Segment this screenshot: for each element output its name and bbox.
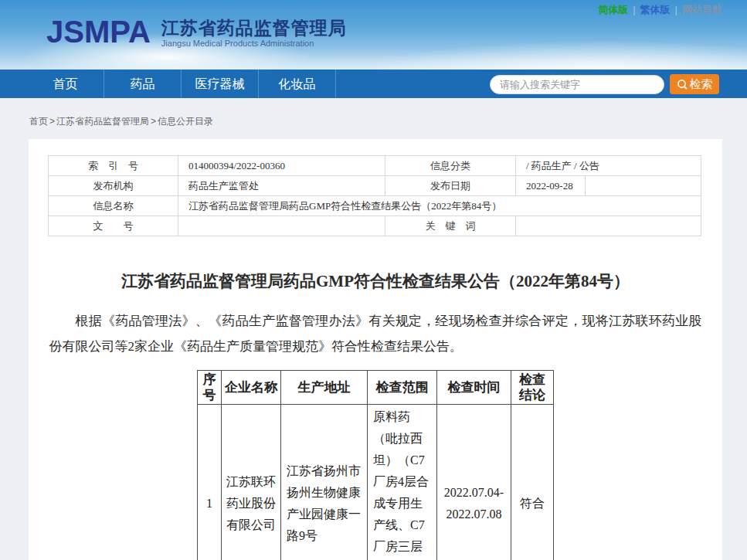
breadcrumb-separator: > [151,116,156,127]
col-header-address: 生产地址 [281,371,368,405]
meta-value-category: / 药品生产 / 公告 [516,156,701,176]
meta-value-docnum [178,216,385,236]
nav-item-home[interactable]: 首页 [27,70,104,98]
search-button[interactable]: 检索 [670,74,719,94]
topbar-separator: | [675,4,677,15]
cell-address: 江苏省扬州市扬州生物健康产业园健康一路9号 [281,405,368,560]
topbar-link-simplified[interactable]: 简体版 [598,4,628,15]
col-header-scope: 检查范围 [368,371,437,405]
article-paragraph: 根据《药品管理法》、《药品生产监督管理办法》有关规定，经现场检查并综合评定，现将… [49,308,702,359]
nav-item-cosmetics[interactable]: 化妆品 [259,70,336,98]
meta-value-agency: 药品生产监管处 [178,176,385,196]
meta-label-agency: 发布机构 [49,176,178,196]
meta-label-date: 发布日期 [385,176,516,196]
page: 简体版|繁体版|网站导航 JSMPA 江苏省药品监督管理局 Jiangsu Me… [0,0,747,560]
logo-title-zh: 江苏省药品监督管理局 [161,18,347,38]
meta-label-category: 信息分类 [385,156,516,176]
cell-conclusion: 符合 [511,405,554,560]
table-row: 1 江苏联环药业股份有限公司 江苏省扬州市扬州生物健康产业园健康一路9号 原料药… [198,405,554,560]
site-header: 简体版|繁体版|网站导航 JSMPA 江苏省药品监督管理局 Jiangsu Me… [0,0,747,70]
nav-item-medical-devices[interactable]: 医疗器械 [182,70,259,98]
meta-table: 索 引 号 014000394/2022-00360 信息分类 / 药品生产 /… [48,155,701,236]
cell-time: 2022.07.04-2022.07.08 [437,405,511,560]
topbar-link-sitenav[interactable]: 网站导航 [682,4,722,15]
jsmpa-logo: JSMPA 江苏省药品监督管理局 Jiangsu Medical Product… [46,15,347,49]
breadcrumb-link-home[interactable]: 首页 [29,116,48,127]
topbar: 简体版|繁体版|网站导航 [598,3,722,17]
meta-value-index: 014000394/2022-00360 [178,156,385,176]
search-button-label: 检索 [690,77,713,92]
col-header-no: 序号 [198,371,222,405]
meta-value-date-extra [586,176,701,196]
col-header-company: 企业名称 [222,371,281,405]
cell-scope: 原料药（吡拉西坦）（C7厂房4层合成专用生产线、C7厂房三层14号精烘包） [368,405,437,560]
col-header-conclusion: 检查结论 [511,371,554,405]
nav-item-drugs[interactable]: 药品 [104,70,182,98]
topbar-link-traditional[interactable]: 繁体版 [640,4,671,15]
meta-label-index: 索 引 号 [49,156,178,176]
page-title: 江苏省药品监督管理局药品GMP符合性检查结果公告（2022年第84号） [29,270,722,292]
breadcrumb-current: 信息公开目录 [158,116,213,127]
results-table: 序号 企业名称 生产地址 检查范围 检查时间 检查结论 1 江苏联环药业股份有限… [197,370,554,560]
search-bar: 检索 [490,74,719,94]
meta-value-keywords [516,216,701,236]
meta-label-keywords: 关 键 词 [385,216,516,236]
breadcrumb-separator: > [49,116,55,127]
col-header-time: 检查时间 [437,371,511,405]
meta-label-name: 信息名称 [49,196,178,216]
logo-title-en: Jiangsu Medical Products Administration [161,38,347,49]
logo-acronym: JSMPA [46,15,151,48]
results-header-row: 序号 企业名称 生产地址 检查范围 检查时间 检查结论 [198,371,554,405]
meta-label-docnum: 文 号 [49,216,178,236]
breadcrumb-link-admin[interactable]: 江苏省药品监督管理局 [56,116,149,127]
main-nav: 首页 药品 医疗器械 化妆品 检索 [0,70,747,98]
content-panel: 索 引 号 014000394/2022-00360 信息分类 / 药品生产 /… [29,139,722,560]
breadcrumb: 首页>江苏省药品监督管理局>信息公开目录 [0,98,747,139]
cell-no: 1 [198,405,222,560]
topbar-separator: | [633,4,635,15]
meta-value-name: 江苏省药品监督管理局药品GMP符合性检查结果公告（2022年第84号） [178,196,701,216]
cell-company: 江苏联环药业股份有限公司 [222,405,281,560]
meta-value-date: 2022-09-28 [516,176,586,196]
search-input[interactable] [490,75,664,94]
search-icon [677,79,688,90]
